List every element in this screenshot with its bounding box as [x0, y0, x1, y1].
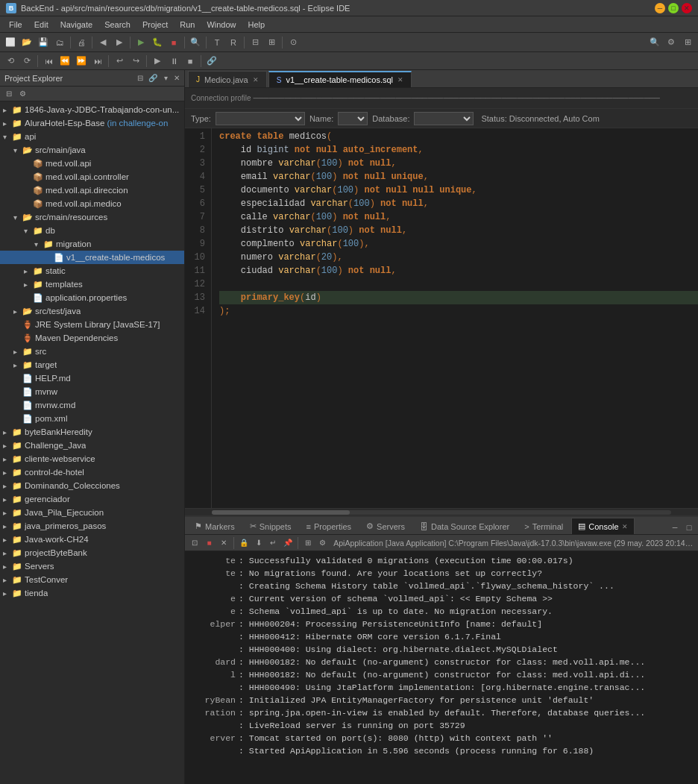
tb2-btn4[interactable]: ⏪	[57, 54, 72, 69]
tab-sql-file[interactable]: S v1__create-table-medicos.sql ✕	[268, 71, 412, 87]
word-wrap-button[interactable]: ↵	[266, 536, 280, 551]
tree-item-pomxml[interactable]: 📄pom.xml	[0, 412, 184, 425]
tree-item-pApi[interactable]: ▾📁api	[0, 130, 184, 143]
tree-item-mvnw[interactable]: 📄mvnw	[0, 385, 184, 398]
code-lines[interactable]: create table medicos( id bigint not null…	[212, 128, 698, 508]
menu-run[interactable]: Run	[174, 19, 201, 31]
save-all-button[interactable]: 🗂	[52, 35, 67, 50]
menu-window[interactable]: Window	[201, 19, 242, 31]
close-button[interactable]: ✕	[682, 3, 692, 13]
tree-item-pTestConver[interactable]: ▸📁TestConver	[0, 573, 184, 586]
tree-item-db[interactable]: ▾📁db	[0, 224, 184, 237]
tree-item-pJavaPila[interactable]: ▸📁Java_Pila_Ejecucion	[0, 506, 184, 519]
maximize-button[interactable]: □	[668, 3, 679, 13]
tb2-btn1[interactable]: ⟲	[3, 54, 18, 69]
tree-item-p1846[interactable]: ▸📁1846-Java-y-JDBC-Trabajando-con-un...	[0, 103, 184, 116]
tab-properties[interactable]: ≡ Properties	[300, 518, 359, 534]
search-button[interactable]: 🔍	[188, 35, 203, 50]
minimize-bottom-icon[interactable]: ─	[669, 522, 681, 534]
tab-markers[interactable]: ⚑ Markers	[188, 518, 242, 534]
tb2-btn11[interactable]: ■	[183, 54, 198, 69]
settings-button[interactable]: ⚙	[664, 35, 679, 50]
tree-item-migration[interactable]: ▾📁migration	[0, 237, 184, 251]
tab-servers[interactable]: ⚙ Servers	[359, 518, 412, 534]
panel-menu-icon[interactable]: ▾	[160, 73, 171, 84]
tree-item-medVollApiController[interactable]: 📦med.voll.api.controller	[0, 170, 184, 184]
expand-all-button[interactable]: ⊞	[264, 35, 279, 50]
minimize-button[interactable]: ─	[655, 3, 665, 13]
tree-item-pServers[interactable]: ▸📁Servers	[0, 559, 184, 573]
tree-item-srcMainJava[interactable]: ▾📂src/main/java	[0, 143, 184, 157]
perspective-button[interactable]: ⊙	[286, 35, 301, 50]
console-settings-button[interactable]: ⚙	[316, 536, 330, 551]
tree-item-pProjByte[interactable]: ▸📁projectByteBank	[0, 546, 184, 559]
tree-item-pCliente[interactable]: ▸📁cliente-webservice	[0, 452, 184, 465]
stop-button[interactable]: ■	[166, 35, 181, 50]
tree-collapse-icon[interactable]: ⊟	[3, 88, 15, 100]
tree-item-maven[interactable]: 🏺Maven Dependencies	[0, 331, 184, 345]
new-button[interactable]: ⬜	[3, 35, 18, 50]
tree-item-medVollApiDireccion[interactable]: 📦med.voll.api.direccion	[0, 184, 184, 197]
open-console-button[interactable]: ⊞	[301, 536, 315, 551]
tree-item-pByte[interactable]: ▸📁byteBankHeredity	[0, 425, 184, 439]
tree-item-static[interactable]: ▸📁static	[0, 264, 184, 277]
tree-item-templates[interactable]: ▸📁templates	[0, 277, 184, 291]
tb2-btn9[interactable]: ▶	[150, 54, 165, 69]
tb2-btn2[interactable]: ⟳	[19, 54, 34, 69]
tree-item-helpmd[interactable]: 📄HELP.md	[0, 371, 184, 385]
tree-item-pGerencia[interactable]: ▸📁gerenciador	[0, 492, 184, 506]
back-button[interactable]: ◀	[95, 35, 110, 50]
tree-item-jreLib[interactable]: 🏺JRE System Library [JavaSE-17]	[0, 318, 184, 331]
tab-snippets[interactable]: ✂ Snippets	[243, 518, 298, 534]
hscroll-thumb[interactable]	[212, 510, 350, 515]
tab-terminal[interactable]: > Terminal	[518, 518, 570, 534]
save-button[interactable]: 💾	[36, 35, 51, 50]
tab-medico-java[interactable]: J Medico.java ✕	[188, 71, 267, 87]
window-controls[interactable]: ─ □ ✕	[655, 3, 692, 13]
menu-project[interactable]: Project	[136, 19, 174, 31]
run-button[interactable]: ▶	[133, 35, 148, 50]
hscroll-track[interactable]	[212, 510, 671, 515]
debug-button[interactable]: 🐛	[150, 35, 165, 50]
tb2-btn10[interactable]: ⏸	[166, 54, 181, 69]
conn-type-select[interactable]	[216, 112, 305, 125]
perspectives-button[interactable]: ⊞	[680, 35, 695, 50]
tree-item-pJavaWork[interactable]: ▸📁Java-work-CH24	[0, 533, 184, 546]
tree-item-pControl[interactable]: ▸📁control-de-hotel	[0, 465, 184, 479]
clear-console-button[interactable]: ⊡	[188, 536, 201, 551]
open-resource-button[interactable]: R	[226, 35, 241, 50]
menu-search[interactable]: Search	[98, 19, 136, 31]
conn-name-select[interactable]	[338, 112, 368, 125]
tb2-btn8[interactable]: ↪	[128, 54, 143, 69]
link-editor-icon[interactable]: 🔗	[148, 73, 158, 84]
open-type-button[interactable]: T	[210, 35, 224, 50]
tree-item-target[interactable]: ▸📁target	[0, 358, 184, 371]
tree-item-pTienda[interactable]: ▸📁tienda	[0, 586, 184, 600]
search-toolbar-button[interactable]: 🔍	[647, 35, 662, 50]
menu-navigate[interactable]: Navigate	[54, 19, 98, 31]
collapse-all-button[interactable]: ⊟	[248, 35, 262, 50]
scroll-end-button[interactable]: ⬇	[252, 536, 265, 551]
print-button[interactable]: 🖨	[74, 35, 89, 50]
console-tab-close[interactable]: ✕	[622, 523, 628, 530]
open-button[interactable]: 📂	[19, 35, 34, 50]
menu-edit[interactable]: Edit	[28, 19, 54, 31]
maximize-bottom-icon[interactable]: □	[683, 522, 695, 534]
editor-hscrollbar[interactable]	[185, 508, 698, 515]
panel-close-button[interactable]: ✕	[174, 74, 180, 82]
tree-item-mvnwcmd[interactable]: 📄mvnw.cmd	[0, 398, 184, 412]
tab-console[interactable]: ▤ Console ✕	[571, 518, 634, 534]
tree-filter-icon[interactable]: ⚙	[16, 88, 28, 100]
terminate-button[interactable]: ■	[203, 536, 216, 551]
remove-launch-button[interactable]: ✕	[217, 536, 230, 551]
code-editor[interactable]: 1234567891011121314 create table medicos…	[185, 128, 698, 508]
tree-item-pAlura[interactable]: ▸📁AluraHotel-Esp-Base (in challenge-on	[0, 116, 184, 130]
tree-item-srcTest[interactable]: ▸📂src/test/java	[0, 304, 184, 318]
conn-database-select[interactable]	[414, 112, 474, 125]
tree-item-pJavaPri[interactable]: ▸📁java_primeros_pasos	[0, 519, 184, 533]
tb2-btn12[interactable]: 🔗	[204, 54, 219, 69]
tree-item-medVollApi[interactable]: 📦med.voll.api	[0, 157, 184, 170]
tab-close-medico[interactable]: ✕	[253, 76, 259, 84]
tab-datasource[interactable]: 🗄 Data Source Explorer	[413, 518, 516, 534]
tree-item-src2[interactable]: ▸📁src	[0, 345, 184, 358]
